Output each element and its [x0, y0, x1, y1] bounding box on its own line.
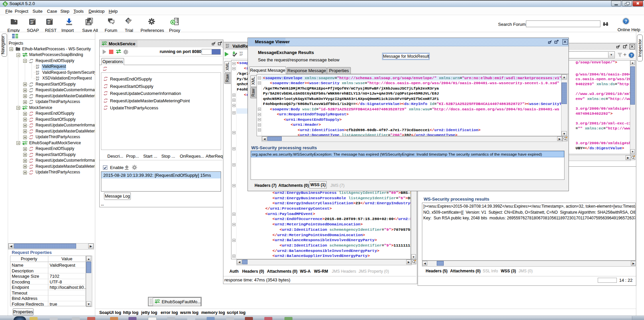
svg-text:?: ?: [630, 53, 632, 57]
svg-text:?: ?: [625, 19, 627, 24]
svg-text:SO: SO: [30, 19, 33, 22]
svg-text:S: S: [127, 18, 130, 23]
svg-text:*: *: [15, 20, 16, 24]
svg-text:S: S: [4, 2, 6, 6]
svg-text:*: *: [34, 18, 35, 22]
svg-text:ST: ST: [48, 22, 50, 24]
svg-text:RE: RE: [47, 19, 51, 22]
svg-text:AP: AP: [30, 22, 34, 24]
svg-text:*: *: [51, 18, 52, 22]
